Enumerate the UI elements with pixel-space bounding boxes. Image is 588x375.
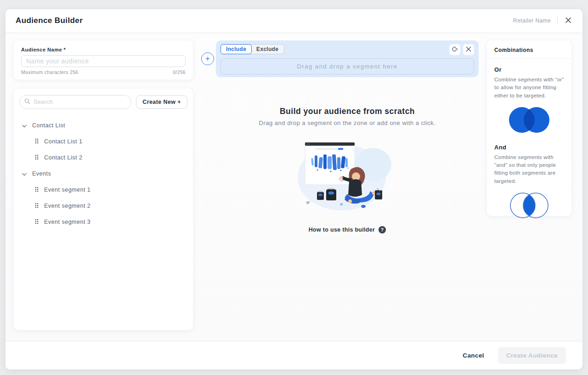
add-block-button[interactable]: + (201, 52, 214, 65)
header-divider (557, 17, 558, 24)
tree-item-contact-list-2[interactable]: Contact List 2 (19, 149, 187, 165)
tree-group-events[interactable]: Events (19, 165, 187, 182)
chevron-down-icon (22, 121, 27, 130)
drag-handle-icon (35, 202, 39, 210)
max-characters-helper: Maximum characters 256 (21, 69, 78, 75)
character-counter: 0/256 (173, 69, 186, 75)
search-box[interactable] (19, 95, 131, 109)
audience-name-label: Audience Name * (21, 47, 186, 52)
empty-state-heading: Build your audience from scratch (216, 107, 479, 116)
audience-name-input[interactable] (21, 55, 186, 67)
chevron-down-icon (22, 170, 27, 178)
tree-item-contact-list-1[interactable]: Contact List 1 (19, 133, 187, 149)
include-tab[interactable]: Include (220, 44, 252, 54)
page-title: Audience Builder (16, 16, 83, 25)
modal-header: Audience Builder Retailer Name (6, 9, 582, 32)
remove-block-button[interactable] (463, 44, 474, 55)
segment-dropzone[interactable]: Drag and drop a segment here (220, 58, 474, 74)
drag-handle-icon (35, 218, 39, 226)
tree-item-label: Contact List 2 (44, 154, 82, 161)
tree-item-label: Contact List 1 (44, 138, 82, 145)
segments-tree: Contact List Contact List 1 Contact List… (19, 117, 187, 230)
tree-item-event-segment-2[interactable]: Event segment 2 (19, 198, 187, 214)
duplicate-block-button[interactable] (449, 44, 460, 55)
modal-footer: Cancel Create Audience (6, 341, 582, 369)
search-icon (24, 98, 30, 106)
segments-card: Create New + Contact List Contact List 1 (14, 89, 193, 330)
exclude-tab[interactable]: Exclude (250, 44, 284, 54)
and-description: Combine segments with “and” so that only… (494, 153, 564, 185)
how-to-use-label: How to use this builder (309, 227, 375, 233)
segment-block-panel: Include Exclude Drag and drop a seg (216, 40, 479, 77)
how-to-use-link[interactable]: How to use this builder ? (216, 226, 479, 233)
close-icon (466, 46, 471, 53)
combinations-card: Combinations Or Combine segments with “o… (487, 40, 571, 216)
tree-group-label: Events (32, 170, 51, 177)
painter-illustration (296, 137, 393, 212)
drag-handle-icon (35, 186, 39, 194)
drag-handle-icon (35, 137, 39, 146)
tree-item-event-segment-3[interactable]: Event segment 3 (19, 214, 187, 230)
tree-group-label: Contact List (32, 122, 65, 129)
empty-state-subheading: Drag and drop a segment on the zone or a… (216, 119, 479, 126)
close-modal-button[interactable] (564, 16, 572, 26)
create-new-button[interactable]: Create New + (136, 95, 187, 109)
drag-handle-icon (35, 153, 39, 162)
audience-builder-modal: Audience Builder Retailer Name Audience … (6, 9, 582, 369)
retailer-name: Retailer Name (513, 17, 551, 24)
tree-item-label: Event segment 1 (44, 187, 90, 193)
combination-or-section: Or Combine segments with “or” to allow f… (487, 59, 571, 136)
close-icon (565, 17, 571, 25)
or-description: Combine segments with “or” to allow for … (494, 76, 564, 100)
question-mark-icon: ? (379, 226, 386, 233)
combinations-title: Combinations (487, 40, 571, 59)
tree-item-label: Event segment 3 (44, 219, 90, 225)
create-audience-button[interactable]: Create Audience (498, 347, 566, 364)
and-venn-diagram (505, 191, 553, 220)
duplicate-block-icon (451, 45, 458, 54)
tree-item-label: Event segment 2 (44, 203, 90, 209)
or-venn-diagram (505, 105, 553, 135)
and-heading: And (494, 144, 564, 151)
combination-and-section: And Combine segments with “and” so that … (487, 136, 571, 222)
tree-group-contact-list[interactable]: Contact List (19, 117, 187, 133)
audience-name-card: Audience Name * Maximum characters 256 0… (14, 40, 193, 80)
tree-item-event-segment-1[interactable]: Event segment 1 (19, 182, 187, 198)
cancel-button[interactable]: Cancel (463, 352, 484, 359)
modal-body: Audience Name * Maximum characters 256 0… (6, 32, 582, 341)
or-heading: Or (494, 66, 564, 73)
search-input[interactable] (34, 99, 126, 105)
